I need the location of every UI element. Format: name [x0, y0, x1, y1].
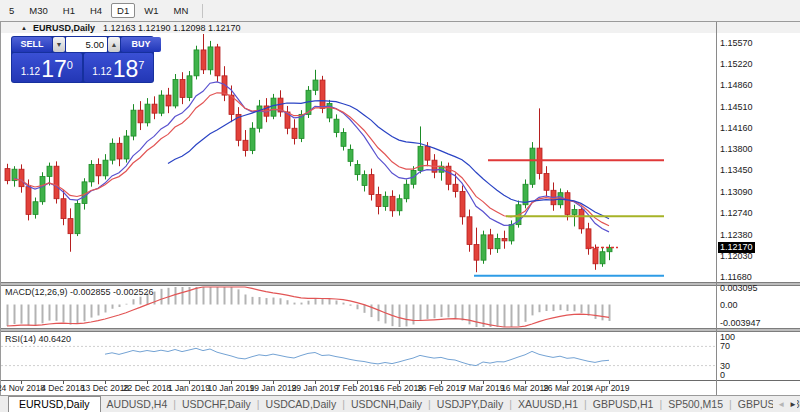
one-click-trading-panel: SELL ▼ ▲ BUY 1.12170 1.12187 [11, 36, 154, 83]
mt4-terminal: 5M30H1H4D1W1MN ▲ EURUSD,Daily 1.12163 1.… [0, 0, 800, 412]
volume-input[interactable] [66, 37, 107, 52]
bear-candle [180, 79, 185, 97]
bear-candle [292, 128, 297, 138]
chart-tab-usdcnh-daily[interactable]: USDCNH,Daily [345, 398, 428, 410]
timeframe-button-w1[interactable]: W1 [138, 3, 164, 19]
bull-candle [75, 204, 80, 234]
timeframe-button-5[interactable]: 5 [3, 3, 20, 19]
bear-candle [579, 210, 584, 229]
chart-tab-usdchf-daily[interactable]: USDCHF,Daily [176, 398, 257, 410]
rsi-indicator-canvas[interactable] [1, 332, 716, 380]
bull-candle [131, 110, 136, 136]
bear-candle [68, 219, 73, 234]
price-tick-label: 1.13450 [720, 165, 753, 175]
tab-scroll-right-icon[interactable]: ► [789, 400, 797, 409]
bear-candle [460, 191, 465, 216]
price-tick-label: 1.14860 [720, 80, 753, 90]
chart-tab-gbpusd-h1[interactable]: GBPUSD,H1 [587, 398, 660, 410]
bear-candle [488, 235, 493, 249]
tab-scroll-left-icon[interactable]: ◄ [777, 400, 785, 409]
price-tick-label: 1.14160 [720, 123, 753, 133]
sell-price-prefix: 1.12 [21, 64, 40, 80]
price-tick-label: 1.15570 [720, 38, 753, 48]
bull-candle [313, 80, 318, 90]
bull-candle [397, 199, 402, 211]
bear-candle [593, 249, 598, 264]
chart-title-bar: ▲ EURUSD,Daily 1.12163 1.12190 1.12098 1… [1, 22, 800, 33]
bull-candle [40, 176, 45, 201]
chart-tab-eurusd-daily[interactable]: EURUSD,Daily [8, 396, 101, 412]
macd-label: MACD(12,26,9) -0.002855 -0.002526 [5, 287, 154, 297]
bear-candle [369, 175, 374, 195]
price-tick-label: 1.14510 [720, 102, 753, 112]
bull-candle [33, 202, 38, 215]
chart-symbol-period: EURUSD,Daily [33, 23, 95, 33]
bear-candle [166, 95, 171, 106]
chart-tab-usdjpy-daily[interactable]: USDJPY,Daily [431, 398, 509, 410]
timeframe-button-h1[interactable]: H1 [57, 3, 81, 19]
bear-candle [544, 173, 549, 190]
bull-candle [481, 235, 486, 260]
bull-candle [600, 252, 605, 264]
bear-candle [117, 143, 122, 159]
bear-candle [152, 104, 157, 113]
bear-candle [425, 146, 430, 160]
bear-candle [26, 187, 31, 215]
timeframe-button-mn[interactable]: MN [168, 3, 195, 19]
chart-tab-audusd-h4[interactable]: AUDUSD,H4 [101, 398, 174, 410]
bull-candle [124, 136, 129, 159]
chart-window[interactable]: ▲ EURUSD,Daily 1.12163 1.12190 1.12098 1… [0, 21, 800, 395]
price-axis[interactable]: 1.155701.152201.148601.145101.141601.138… [717, 22, 800, 395]
rsi-tick-label: 0 [720, 370, 725, 380]
bull-candle [299, 114, 304, 138]
bull-candle [271, 98, 276, 116]
sell-button[interactable]: SELL [12, 37, 52, 52]
rsi-line [105, 348, 609, 365]
bull-candle [495, 238, 500, 248]
volume-decrease-button[interactable]: ▼ [53, 37, 65, 52]
chart-tab-xauusd-h1[interactable]: XAUUSD,H1 [512, 398, 584, 410]
chart-tab-sp500-m15[interactable]: SP500,M15 [662, 398, 729, 410]
panel-border [1, 380, 800, 381]
bull-candle [572, 210, 577, 215]
bull-candle [607, 248, 612, 252]
price-tick-label: 1.12380 [720, 230, 753, 240]
timeframe-button-m30[interactable]: M30 [23, 3, 53, 19]
bull-candle [383, 196, 388, 206]
timeframe-toolbar: 5M30H1H4D1W1MN [0, 0, 800, 22]
timeframe-button-d1[interactable]: D1 [111, 3, 135, 19]
bear-candle [5, 169, 10, 181]
chart-ohlc-values: 1.12163 1.12190 1.12098 1.12170 [103, 23, 241, 33]
sell-price-display[interactable]: 1.12170 [12, 53, 82, 82]
rsi-tick-label: 70 [720, 341, 730, 351]
price-tick-label: 1.11680 [720, 272, 752, 282]
sell-price-main: 17 [41, 59, 67, 80]
bull-candle [362, 175, 367, 186]
timeframe-button-h4[interactable]: H4 [84, 3, 108, 19]
bull-candle [103, 160, 108, 176]
bull-candle [89, 164, 94, 181]
bear-candle [376, 195, 381, 207]
bull-candle [334, 119, 339, 132]
chart-tab-usdcad-daily[interactable]: USDCAD,Daily [260, 398, 343, 410]
buy-button[interactable]: BUY [121, 37, 161, 52]
bull-candle [47, 166, 52, 176]
buy-price-display[interactable]: 1.12187 [84, 53, 154, 82]
bear-candle [19, 169, 24, 186]
volume-increase-button[interactable]: ▲ [108, 37, 120, 52]
bear-candle [565, 193, 570, 215]
bull-candle [509, 225, 514, 241]
bear-candle [201, 50, 206, 70]
bear-candle [320, 80, 325, 108]
rsi-label: RSI(14) 40.6420 [5, 334, 71, 344]
bull-candle [173, 79, 178, 106]
bear-candle [586, 229, 591, 249]
buy-price-main: 18 [113, 59, 139, 80]
macd-tick-label: -0.003947 [720, 318, 761, 328]
bear-candle [453, 184, 458, 191]
collapse-triangle-icon[interactable]: ▲ [21, 25, 27, 31]
bull-candle [159, 95, 164, 113]
bull-candle [187, 76, 192, 98]
bull-candle [110, 143, 115, 160]
bear-candle [390, 196, 395, 210]
